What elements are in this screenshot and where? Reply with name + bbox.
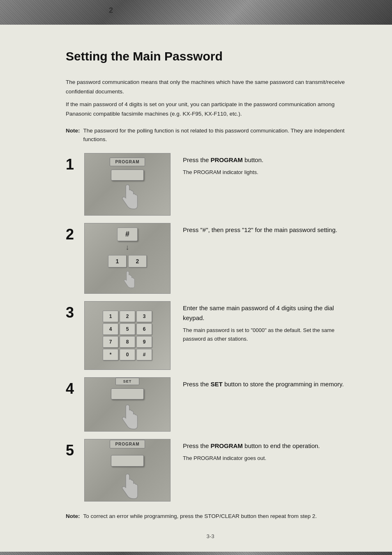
step-4-bold: SET [211,381,223,388]
page-number: 3-3 [207,533,214,539]
step-1-number: 1 [66,153,84,172]
step5-program-label: PROGRAM [110,440,145,448]
step2-num-keys: 1 2 [108,255,147,267]
bottom-note-text: To correct an error while programming, p… [83,512,317,521]
kp-key-star: * [103,349,118,360]
step4-button-rect [111,388,144,399]
kp-key-4: 4 [103,323,118,335]
page-title: Setting the Main Password [66,49,355,63]
step-1-text: Press the PROGRAM button. The PROGRAM in… [183,153,355,177]
main-content: Setting the Main Password The password c… [0,25,392,555]
bottom-bar [0,552,392,555]
step2-key-1: 1 [108,255,127,267]
step-2-image: # ↓ 1 2 [84,223,171,294]
step-5-image: PROGRAM [84,439,171,502]
step-2-number: 2 [66,223,84,242]
step1-hand-icon [115,183,140,211]
step2-key-2: 2 [128,255,147,267]
step-1-image: PROGRAM [84,153,171,216]
bottom-note: Note: To correct an error while programm… [66,512,355,521]
step-1-bold: PROGRAM [211,156,243,163]
page-footer: 3-3 [66,525,355,548]
step3-keypad: 1 2 3 4 5 6 7 8 9 * 0 # [103,311,152,360]
step-3-number: 3 [66,301,84,320]
step4-set-label: SET [115,378,140,385]
kp-key-8: 8 [120,336,135,348]
step-2-instruction: Press "#", then press "12" for the main … [183,225,355,235]
step2-hand-icon [118,270,137,289]
bottom-note-label: Note: [66,512,80,521]
step-5-row: 5 PROGRAM Press the PROGRAM button to en… [66,439,355,502]
step-4-number: 4 [66,377,84,396]
top-bar: 2 [0,0,392,25]
intro-note-label: Note: [66,126,80,144]
step-2-text: Press "#", then press "12" for the main … [183,223,355,238]
step1-program-button: PROGRAM [110,158,145,166]
kp-key-9: 9 [136,336,152,348]
step-1-row: 1 PROGRAM Press the P [66,153,355,216]
step4-hand-icon [115,403,140,431]
step-3-image: 1 2 3 4 5 6 7 8 9 * 0 # [84,301,171,370]
step1-button-rect [111,170,144,181]
step-5-text: Press the PROGRAM button to end the oper… [183,439,355,463]
kp-key-5: 5 [120,323,135,335]
step2-hash-key: # [117,228,138,241]
kp-key-6: 6 [136,323,152,335]
kp-key-0: 0 [120,349,135,360]
steps-container: 1 PROGRAM Press the P [66,153,355,502]
step-3-instruction: Enter the same main password of 4 digits… [183,303,355,323]
step-1-instruction: Press the PROGRAM button. [183,155,355,165]
kp-key-3: 3 [136,311,152,322]
step-4-instruction: Press the SET button to store the progra… [183,379,355,389]
kp-key-1: 1 [103,311,118,322]
step-5-bold: PROGRAM [211,442,243,449]
step5-hand-icon [115,472,140,501]
step2-arrow: ↓ [126,244,129,251]
step-3-row: 3 1 2 3 4 5 6 7 8 9 * [66,301,355,370]
step-4-text: Press the SET button to store the progra… [183,377,355,392]
step-3-sub: The main password is set to "0000" as th… [183,326,355,344]
step-4-row: 4 SET Press the SET button to store the … [66,377,355,432]
kp-key-hash: # [136,349,152,360]
step-5-number: 5 [66,439,84,458]
intro-note-text: The password for the polling function is… [83,126,355,144]
intro-note: Note: The password for the polling funct… [66,126,355,144]
step5-button-rect [111,455,144,467]
step-4-image: SET [84,377,171,432]
step-5-instruction: Press the PROGRAM button to end the oper… [183,441,355,451]
step-5-sub: The PROGRAM indicator goes out. [183,454,355,463]
top-page-mark: 2 [109,6,113,15]
step-1-sub: The PROGRAM indicator lights. [183,168,355,177]
page-container: 2 Setting the Main Password The password… [0,0,392,555]
kp-key-7: 7 [103,336,118,348]
intro-paragraph2: If the main password of 4 digits is set … [66,100,355,119]
intro-paragraph1: The password communication means that on… [66,78,355,97]
step-3-text: Enter the same main password of 4 digits… [183,301,355,344]
step-2-row: 2 # ↓ 1 2 [66,223,355,294]
kp-key-2: 2 [120,311,135,322]
